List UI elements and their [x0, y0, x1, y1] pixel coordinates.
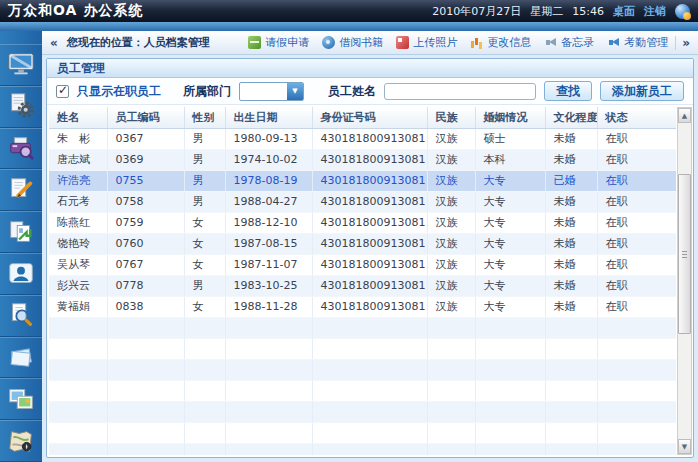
table-cell: 在职	[597, 191, 676, 212]
table-cell: 大专	[475, 233, 545, 254]
logout-link[interactable]: 注销	[644, 4, 666, 19]
table-cell	[49, 380, 107, 401]
table-cell: 在职	[597, 149, 676, 170]
toolbar-link[interactable]: 借阅书籍	[322, 35, 383, 50]
borrow-books-icon	[322, 36, 335, 49]
desktop-link[interactable]: 桌面	[613, 4, 635, 19]
table-cell	[597, 443, 676, 455]
scroll-up-icon[interactable]: ▲	[678, 108, 691, 123]
table-cell: 0755	[107, 170, 184, 191]
table-cell	[225, 422, 312, 443]
desktop-icon	[6, 49, 36, 79]
table-cell: 男	[184, 275, 225, 296]
table-cell: 未婚	[545, 254, 597, 275]
table-row[interactable]: 陈燕红0759女1988-12-10430181800913081汉族大专未婚在…	[49, 212, 676, 233]
table-cell: 朱 彬	[49, 128, 107, 149]
globe-icon[interactable]	[675, 4, 690, 19]
table-cell: 汉族	[427, 128, 475, 149]
sidebar-item-photos[interactable]	[0, 378, 42, 420]
employee-table: 姓名员工编码性别出生日期身份证号码民族婚姻情况文化程度状态 朱 彬0367男19…	[49, 107, 692, 455]
column-header[interactable]: 出生日期	[225, 107, 312, 128]
dropdown-arrow-icon[interactable]: ▼	[287, 83, 303, 100]
column-header[interactable]: 员工编码	[107, 107, 184, 128]
table-row[interactable]: 许浩亮0755男1978-08-19430181800913081汉族大专已婚在…	[49, 170, 676, 191]
toolbar-link[interactable]: 请假申请	[248, 35, 309, 50]
table-cell: 汉族	[427, 233, 475, 254]
only-active-checkbox[interactable]: ✓	[56, 85, 69, 98]
search-button[interactable]: 查找	[544, 81, 592, 101]
column-header[interactable]: 身份证号码	[312, 107, 427, 128]
sidebar-item-desktop[interactable]	[0, 44, 42, 86]
table-cell: 女	[184, 254, 225, 275]
scroll-down-icon[interactable]: ▼	[678, 439, 691, 454]
department-select-value	[240, 83, 287, 100]
sidebar-item-document-search[interactable]	[0, 295, 42, 337]
sidebar-item-print-preview[interactable]	[0, 128, 42, 170]
table-cell	[475, 401, 545, 422]
table-row[interactable]: 黄福娟0838女1988-11-28430181800913081汉族大专未婚在…	[49, 296, 676, 317]
table-row[interactable]: 唐志斌0369男1974-10-02430181800913081汉族本科未婚在…	[49, 149, 676, 170]
table-cell: 430181800913081	[312, 296, 427, 317]
employee-name-input[interactable]	[384, 83, 536, 100]
app-title: 万众和OA 办公系统	[8, 2, 143, 20]
toolbar-link[interactable]: 更改信息	[470, 35, 531, 50]
table-cell: 1987-08-15	[225, 233, 312, 254]
table-cell: 未婚	[545, 191, 597, 212]
sidebar-item-files[interactable]	[0, 337, 42, 379]
table-cell: 饶艳玲	[49, 233, 107, 254]
column-header[interactable]: 民族	[427, 107, 475, 128]
table-cell: 在职	[597, 296, 676, 317]
scrollbar-thumb[interactable]	[678, 174, 691, 334]
toolbar-link[interactable]: 上传照片	[396, 35, 457, 50]
table-row[interactable]: 饶艳玲0760女1987-08-15430181800913081汉族大专未婚在…	[49, 233, 676, 254]
table-cell	[49, 443, 107, 455]
empty-table-row	[49, 338, 676, 359]
table-cell: 汉族	[427, 170, 475, 191]
table-row[interactable]: 朱 彬0367男1980-09-13430181800913081汉族硕士未婚在…	[49, 128, 676, 149]
employee-table-body: 朱 彬0367男1980-09-13430181800913081汉族硕士未婚在…	[49, 128, 676, 455]
empty-table-row	[49, 359, 676, 380]
table-cell: 430181800913081	[312, 275, 427, 296]
column-header[interactable]: 姓名	[49, 107, 107, 128]
empty-table-row	[49, 443, 676, 455]
empty-table-row	[49, 380, 676, 401]
table-cell: 未婚	[545, 128, 597, 149]
table-row[interactable]: 彭兴云0778男1983-10-25430181800913081汉族大专未婚在…	[49, 275, 676, 296]
table-cell	[475, 359, 545, 380]
toolbar-link[interactable]: 备忘录	[544, 35, 594, 50]
table-cell	[475, 422, 545, 443]
table-cell	[49, 401, 107, 422]
column-header[interactable]: 状态	[597, 107, 676, 128]
table-cell: 430181800913081	[312, 254, 427, 275]
table-cell	[184, 422, 225, 443]
only-active-label[interactable]: 只显示在职员工	[77, 83, 161, 100]
table-cell	[107, 338, 184, 359]
collapse-left-icon[interactable]: «	[48, 36, 60, 50]
column-header[interactable]: 性别	[184, 107, 225, 128]
table-cell: 0838	[107, 296, 184, 317]
table-row[interactable]: 石元考0758男1988-04-27430181800913081汉族大专未婚在…	[49, 191, 676, 212]
change-info-icon	[470, 36, 483, 49]
department-select[interactable]: ▼	[239, 82, 304, 101]
collapse-right-icon[interactable]: »	[675, 36, 692, 50]
table-row[interactable]: 吴从琴0767女1987-11-07430181800913081汉族大专未婚在…	[49, 254, 676, 275]
table-cell	[225, 380, 312, 401]
map-icon	[6, 426, 36, 456]
table-cell: 1980-09-13	[225, 128, 312, 149]
table-cell	[184, 401, 225, 422]
add-employee-button[interactable]: 添加新员工	[600, 81, 684, 101]
toolbar-link[interactable]: 考勤管理	[607, 35, 668, 50]
column-header[interactable]: 婚姻情况	[475, 107, 545, 128]
table-cell: 汉族	[427, 191, 475, 212]
column-header[interactable]: 文化程度	[545, 107, 597, 128]
table-cell	[49, 338, 107, 359]
sidebar-item-edit-document[interactable]	[0, 169, 42, 211]
sidebar-item-employee-profile[interactable]	[0, 253, 42, 295]
table-cell: 1988-11-28	[225, 296, 312, 317]
vertical-scrollbar[interactable]: ▲ ▼	[677, 107, 692, 455]
sidebar-item-document-settings[interactable]	[0, 86, 42, 128]
sidebar-item-map[interactable]	[0, 420, 42, 462]
table-cell: 430181800913081	[312, 191, 427, 212]
table-cell	[475, 338, 545, 359]
sidebar-item-reports[interactable]	[0, 211, 42, 253]
